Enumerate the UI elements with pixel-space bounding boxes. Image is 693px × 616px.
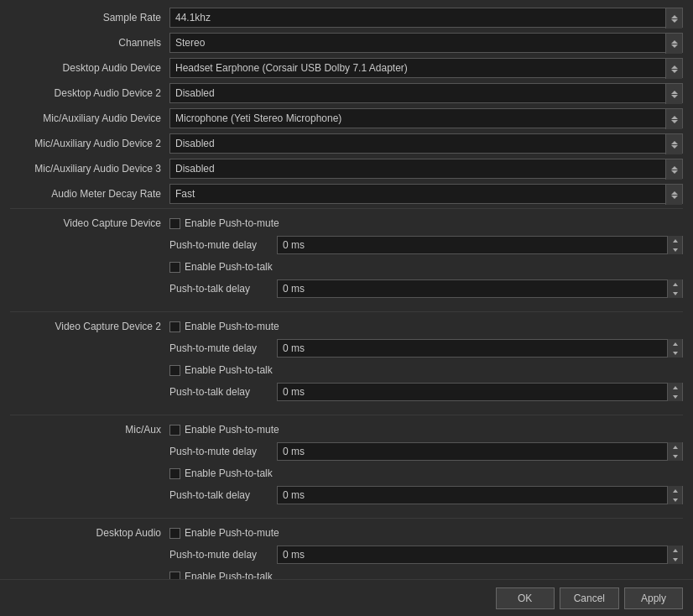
mic-aux-audio-device-label: Mic/Auxiliary Audio Device — [10, 112, 169, 124]
channels-control[interactable]: Stereo — [169, 33, 683, 53]
push-to-talk-delay-label-video_capture_device_2: Push-to-talk delay — [169, 386, 270, 398]
push-to-mute-delay-input-video_capture_device[interactable]: 0 ms — [277, 236, 683, 254]
sample-rate-label: Sample Rate — [10, 12, 169, 23]
push-to-mute-spinner-up-desktop_audio[interactable] — [668, 546, 682, 555]
push-to-talk-delay-input-mic_aux[interactable]: 0 ms — [277, 486, 683, 504]
push-to-talk-checkbox-wrap-mic_aux: Enable Push-to-talk — [169, 467, 273, 479]
push-to-talk-delay-input-video_capture_device[interactable]: 0 ms — [277, 279, 683, 298]
push-to-mute-checkbox-video_capture_device[interactable] — [169, 218, 180, 229]
push-to-talk-label-mic_aux: Enable Push-to-talk — [185, 467, 273, 479]
up-arrow-icon — [671, 116, 678, 119]
push-to-mute-checkbox-wrap-desktop_audio: Enable Push-to-mute — [169, 527, 279, 539]
mic-aux-audio-device-2-control[interactable]: Disabled — [169, 133, 683, 154]
push-to-talk-row-desktop_audio: Enable Push-to-talk — [169, 567, 683, 579]
push-to-mute-delay-label-mic_aux: Push-to-mute delay — [169, 446, 270, 457]
push-to-talk-spinner-down-video_capture_device_2[interactable] — [668, 392, 682, 401]
device-section-mic_aux: Mic/Aux Enable Push-to-mute Push-to-mute… — [10, 415, 683, 513]
down-arrow-icon — [673, 248, 678, 252]
push-to-talk-checkbox-video_capture_device_2[interactable] — [169, 365, 180, 376]
push-to-talk-spinner-down-mic_aux[interactable] — [668, 495, 682, 504]
mic-aux-audio-device-2-row: Mic/Auxiliary Audio Device 2 Disabled — [10, 133, 683, 154]
up-arrow-icon — [671, 15, 678, 18]
device-section-video_capture_device_2: Video Capture Device 2 Enable Push-to-mu… — [10, 311, 683, 410]
mic-aux-audio-device-3-control[interactable]: Disabled — [169, 159, 683, 179]
push-to-mute-checkbox-wrap-mic_aux: Enable Push-to-mute — [169, 424, 279, 436]
desktop-audio-device-value: Headset Earphone (Corsair USB Dolby 7.1 … — [175, 62, 408, 74]
push-to-mute-checkbox-video_capture_device_2[interactable] — [169, 321, 180, 332]
push-to-mute-delay-row-desktop_audio: Push-to-mute delay 0 ms — [169, 546, 683, 564]
mic-aux-audio-device-2-arrow[interactable] — [665, 134, 682, 154]
push-to-mute-checkbox-desktop_audio[interactable] — [169, 528, 180, 539]
up-arrow-icon — [673, 386, 678, 389]
push-to-mute-label-video_capture_device: Enable Push-to-mute — [185, 217, 279, 229]
desktop-audio-device-row: Desktop Audio Device Headset Earphone (C… — [10, 57, 683, 79]
push-to-mute-checkbox-mic_aux[interactable] — [169, 425, 180, 436]
desktop-audio-device-2-arrow[interactable] — [665, 84, 682, 104]
push-to-talk-checkbox-video_capture_device[interactable] — [169, 262, 180, 273]
desktop-audio-device-arrow[interactable] — [665, 59, 682, 79]
desktop-audio-device-2-control[interactable]: Disabled — [169, 83, 683, 103]
desktop-audio-device-2-label: Desktop Audio Device 2 — [10, 87, 169, 99]
push-to-talk-spinner-video_capture_device — [667, 279, 682, 298]
mic-aux-audio-device-arrow[interactable] — [665, 109, 682, 129]
sample-rate-control[interactable]: 44.1khz — [169, 8, 683, 28]
push-to-talk-spinner-down-video_capture_device[interactable] — [668, 289, 682, 298]
down-arrow-icon — [673, 455, 678, 458]
sample-rate-row: Sample Rate 44.1khz — [10, 7, 683, 29]
desktop-audio-device-2-value: Disabled — [175, 87, 215, 99]
push-to-mute-spinner-up-video_capture_device_2[interactable] — [668, 339, 682, 348]
channels-value: Stereo — [175, 37, 205, 49]
push-to-mute-spinner-down-desktop_audio[interactable] — [668, 555, 682, 564]
push-to-talk-spinner-up-video_capture_device[interactable] — [668, 279, 682, 289]
push-to-mute-delay-value-video_capture_device: 0 ms — [278, 239, 667, 251]
push-to-talk-checkbox-desktop_audio[interactable] — [169, 572, 180, 580]
push-to-mute-delay-input-desktop_audio[interactable]: 0 ms — [277, 546, 683, 564]
down-arrow-icon — [671, 145, 678, 149]
push-to-talk-label-desktop_audio: Enable Push-to-talk — [185, 571, 273, 579]
push-to-talk-checkbox-mic_aux[interactable] — [169, 468, 180, 479]
settings-panel: Sample Rate 44.1khz Channels Stereo — [0, 0, 693, 579]
device-section-label-desktop_audio: Desktop Audio — [10, 524, 169, 579]
channels-dropdown-arrow[interactable] — [665, 34, 682, 54]
mic-aux-audio-device-3-arrow[interactable] — [665, 159, 682, 180]
push-to-mute-spinner-down-video_capture_device[interactable] — [668, 245, 682, 254]
push-to-mute-delay-input-mic_aux[interactable]: 0 ms — [277, 442, 683, 461]
push-to-talk-spinner-up-video_capture_device_2[interactable] — [668, 383, 682, 392]
push-to-mute-row-desktop_audio: Enable Push-to-mute — [169, 524, 683, 542]
main-container: Sample Rate 44.1khz Channels Stereo — [0, 0, 693, 616]
down-arrow-icon — [671, 95, 678, 98]
button-bar: OK Cancel Apply — [0, 579, 693, 616]
up-arrow-icon — [673, 549, 678, 552]
push-to-mute-spinner-up-video_capture_device[interactable] — [668, 236, 682, 245]
push-to-mute-row-video_capture_device: Enable Push-to-mute — [169, 214, 683, 232]
down-arrow-icon — [673, 395, 678, 399]
push-to-talk-row-mic_aux: Enable Push-to-talk — [169, 464, 683, 483]
sample-rate-dropdown-arrow[interactable] — [665, 8, 682, 29]
push-to-mute-delay-label-video_capture_device: Push-to-mute delay — [169, 239, 270, 251]
push-to-talk-delay-row-mic_aux: Push-to-talk delay 0 ms — [169, 486, 683, 504]
push-to-mute-delay-label-desktop_audio: Push-to-mute delay — [169, 549, 270, 561]
channels-label: Channels — [10, 37, 169, 49]
desktop-audio-device-control[interactable]: Headset Earphone (Corsair USB Dolby 7.1 … — [169, 58, 683, 78]
device-section-label-video_capture_device: Video Capture Device — [10, 214, 169, 301]
audio-meter-decay-rate-arrow[interactable] — [665, 185, 682, 205]
push-to-mute-spinner-down-mic_aux[interactable] — [668, 452, 682, 461]
device-controls-mic_aux: Enable Push-to-mute Push-to-mute delay 0… — [169, 420, 683, 508]
push-to-mute-spinner-down-video_capture_device_2[interactable] — [668, 348, 682, 358]
push-to-mute-delay-input-video_capture_device_2[interactable]: 0 ms — [277, 339, 683, 358]
mic-aux-audio-device-control[interactable]: Microphone (Yeti Stereo Microphone) — [169, 108, 683, 128]
push-to-talk-delay-input-video_capture_device_2[interactable]: 0 ms — [277, 383, 683, 401]
push-to-talk-row-video_capture_device_2: Enable Push-to-talk — [169, 361, 683, 379]
audio-meter-decay-rate-control[interactable]: Fast — [169, 184, 683, 204]
up-arrow-icon — [671, 141, 678, 144]
apply-button[interactable]: Apply — [624, 587, 683, 609]
ok-button[interactable]: OK — [496, 587, 555, 609]
push-to-talk-delay-value-mic_aux: 0 ms — [278, 489, 667, 501]
up-arrow-icon — [671, 91, 678, 94]
down-arrow-icon — [671, 196, 678, 199]
down-arrow-icon — [673, 499, 678, 502]
cancel-button[interactable]: Cancel — [560, 587, 619, 609]
push-to-mute-spinner-video_capture_device — [667, 236, 682, 254]
push-to-talk-spinner-up-mic_aux[interactable] — [668, 486, 682, 495]
push-to-mute-spinner-up-mic_aux[interactable] — [668, 442, 682, 452]
